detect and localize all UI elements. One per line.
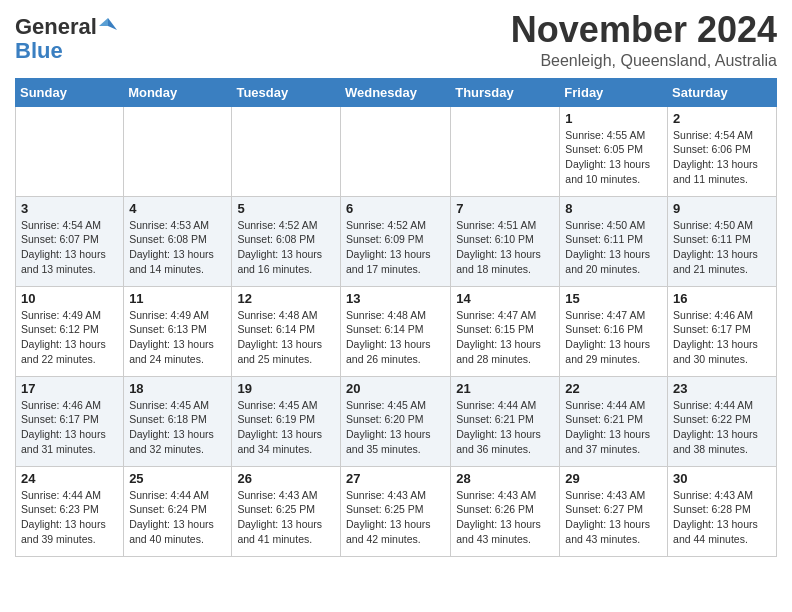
day-cell-23: 23Sunrise: 4:44 AMSunset: 6:22 PMDayligh… [668,376,777,466]
day-info: Sunrise: 4:44 AMSunset: 6:21 PMDaylight:… [456,398,554,457]
day-cell-11: 11Sunrise: 4:49 AMSunset: 6:13 PMDayligh… [124,286,232,376]
day-number: 23 [673,381,771,396]
day-cell-21: 21Sunrise: 4:44 AMSunset: 6:21 PMDayligh… [451,376,560,466]
empty-cell [232,106,341,196]
empty-cell [451,106,560,196]
day-number: 9 [673,201,771,216]
day-cell-16: 16Sunrise: 4:46 AMSunset: 6:17 PMDayligh… [668,286,777,376]
week-row-4: 17Sunrise: 4:46 AMSunset: 6:17 PMDayligh… [16,376,777,466]
day-number: 28 [456,471,554,486]
day-number: 8 [565,201,662,216]
day-info: Sunrise: 4:54 AMSunset: 6:06 PMDaylight:… [673,128,771,187]
day-info: Sunrise: 4:45 AMSunset: 6:19 PMDaylight:… [237,398,335,457]
day-info: Sunrise: 4:43 AMSunset: 6:28 PMDaylight:… [673,488,771,547]
day-info: Sunrise: 4:53 AMSunset: 6:08 PMDaylight:… [129,218,226,277]
day-number: 14 [456,291,554,306]
day-number: 2 [673,111,771,126]
empty-cell [124,106,232,196]
day-cell-13: 13Sunrise: 4:48 AMSunset: 6:14 PMDayligh… [340,286,450,376]
logo-blue: Blue [15,39,63,63]
day-cell-30: 30Sunrise: 4:43 AMSunset: 6:28 PMDayligh… [668,466,777,556]
weekday-header-sunday: Sunday [16,78,124,106]
week-row-3: 10Sunrise: 4:49 AMSunset: 6:12 PMDayligh… [16,286,777,376]
day-info: Sunrise: 4:51 AMSunset: 6:10 PMDaylight:… [456,218,554,277]
empty-cell [340,106,450,196]
day-cell-29: 29Sunrise: 4:43 AMSunset: 6:27 PMDayligh… [560,466,668,556]
weekday-header-row: SundayMondayTuesdayWednesdayThursdayFrid… [16,78,777,106]
logo: General Blue [15,10,117,63]
day-info: Sunrise: 4:52 AMSunset: 6:09 PMDaylight:… [346,218,445,277]
day-info: Sunrise: 4:43 AMSunset: 6:25 PMDaylight:… [237,488,335,547]
day-number: 12 [237,291,335,306]
svg-marker-0 [108,18,117,30]
empty-cell [16,106,124,196]
day-info: Sunrise: 4:43 AMSunset: 6:26 PMDaylight:… [456,488,554,547]
day-info: Sunrise: 4:48 AMSunset: 6:14 PMDaylight:… [237,308,335,367]
day-number: 5 [237,201,335,216]
day-cell-6: 6Sunrise: 4:52 AMSunset: 6:09 PMDaylight… [340,196,450,286]
day-cell-1: 1Sunrise: 4:55 AMSunset: 6:05 PMDaylight… [560,106,668,196]
day-number: 30 [673,471,771,486]
day-cell-2: 2Sunrise: 4:54 AMSunset: 6:06 PMDaylight… [668,106,777,196]
day-cell-3: 3Sunrise: 4:54 AMSunset: 6:07 PMDaylight… [16,196,124,286]
day-info: Sunrise: 4:47 AMSunset: 6:15 PMDaylight:… [456,308,554,367]
day-number: 10 [21,291,118,306]
day-cell-9: 9Sunrise: 4:50 AMSunset: 6:11 PMDaylight… [668,196,777,286]
day-cell-12: 12Sunrise: 4:48 AMSunset: 6:14 PMDayligh… [232,286,341,376]
day-info: Sunrise: 4:43 AMSunset: 6:25 PMDaylight:… [346,488,445,547]
day-info: Sunrise: 4:50 AMSunset: 6:11 PMDaylight:… [673,218,771,277]
title-area: November 2024 Beenleigh, Queensland, Aus… [511,10,777,70]
svg-marker-1 [99,18,108,26]
day-number: 7 [456,201,554,216]
day-info: Sunrise: 4:45 AMSunset: 6:20 PMDaylight:… [346,398,445,457]
day-cell-20: 20Sunrise: 4:45 AMSunset: 6:20 PMDayligh… [340,376,450,466]
day-info: Sunrise: 4:43 AMSunset: 6:27 PMDaylight:… [565,488,662,547]
day-number: 24 [21,471,118,486]
day-number: 13 [346,291,445,306]
day-info: Sunrise: 4:49 AMSunset: 6:13 PMDaylight:… [129,308,226,367]
day-number: 18 [129,381,226,396]
weekday-header-friday: Friday [560,78,668,106]
day-info: Sunrise: 4:54 AMSunset: 6:07 PMDaylight:… [21,218,118,277]
day-number: 4 [129,201,226,216]
weekday-header-saturday: Saturday [668,78,777,106]
day-info: Sunrise: 4:46 AMSunset: 6:17 PMDaylight:… [21,398,118,457]
day-cell-10: 10Sunrise: 4:49 AMSunset: 6:12 PMDayligh… [16,286,124,376]
day-cell-18: 18Sunrise: 4:45 AMSunset: 6:18 PMDayligh… [124,376,232,466]
day-info: Sunrise: 4:49 AMSunset: 6:12 PMDaylight:… [21,308,118,367]
day-info: Sunrise: 4:46 AMSunset: 6:17 PMDaylight:… [673,308,771,367]
page-header: General Blue November 2024 Beenleigh, Qu… [15,10,777,70]
day-cell-22: 22Sunrise: 4:44 AMSunset: 6:21 PMDayligh… [560,376,668,466]
day-number: 6 [346,201,445,216]
day-cell-19: 19Sunrise: 4:45 AMSunset: 6:19 PMDayligh… [232,376,341,466]
day-info: Sunrise: 4:55 AMSunset: 6:05 PMDaylight:… [565,128,662,187]
day-number: 17 [21,381,118,396]
day-info: Sunrise: 4:50 AMSunset: 6:11 PMDaylight:… [565,218,662,277]
weekday-header-tuesday: Tuesday [232,78,341,106]
day-number: 20 [346,381,445,396]
day-cell-28: 28Sunrise: 4:43 AMSunset: 6:26 PMDayligh… [451,466,560,556]
day-cell-15: 15Sunrise: 4:47 AMSunset: 6:16 PMDayligh… [560,286,668,376]
location-title: Beenleigh, Queensland, Australia [511,52,777,70]
day-info: Sunrise: 4:44 AMSunset: 6:22 PMDaylight:… [673,398,771,457]
day-cell-27: 27Sunrise: 4:43 AMSunset: 6:25 PMDayligh… [340,466,450,556]
week-row-5: 24Sunrise: 4:44 AMSunset: 6:23 PMDayligh… [16,466,777,556]
day-number: 27 [346,471,445,486]
week-row-1: 1Sunrise: 4:55 AMSunset: 6:05 PMDaylight… [16,106,777,196]
day-number: 19 [237,381,335,396]
day-info: Sunrise: 4:52 AMSunset: 6:08 PMDaylight:… [237,218,335,277]
day-cell-7: 7Sunrise: 4:51 AMSunset: 6:10 PMDaylight… [451,196,560,286]
day-number: 16 [673,291,771,306]
weekday-header-wednesday: Wednesday [340,78,450,106]
day-number: 25 [129,471,226,486]
weekday-header-thursday: Thursday [451,78,560,106]
day-cell-5: 5Sunrise: 4:52 AMSunset: 6:08 PMDaylight… [232,196,341,286]
day-number: 15 [565,291,662,306]
day-cell-25: 25Sunrise: 4:44 AMSunset: 6:24 PMDayligh… [124,466,232,556]
day-cell-8: 8Sunrise: 4:50 AMSunset: 6:11 PMDaylight… [560,196,668,286]
day-cell-17: 17Sunrise: 4:46 AMSunset: 6:17 PMDayligh… [16,376,124,466]
week-row-2: 3Sunrise: 4:54 AMSunset: 6:07 PMDaylight… [16,196,777,286]
day-cell-24: 24Sunrise: 4:44 AMSunset: 6:23 PMDayligh… [16,466,124,556]
day-number: 26 [237,471,335,486]
day-info: Sunrise: 4:45 AMSunset: 6:18 PMDaylight:… [129,398,226,457]
